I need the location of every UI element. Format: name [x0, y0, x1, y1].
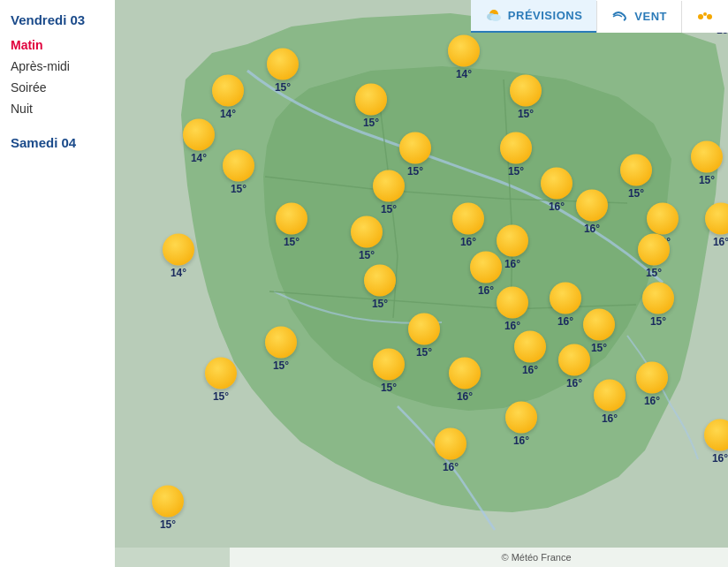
weather-marker: 15° — [373, 349, 405, 394]
svg-point-5 — [707, 14, 712, 19]
sun-icon — [642, 283, 674, 314]
temperature-label: 15° — [646, 267, 662, 279]
weather-marker: 15° — [355, 84, 387, 129]
sun-icon — [620, 155, 652, 186]
weather-marker: 16° — [636, 362, 668, 407]
temperature-label: 16° — [557, 315, 573, 328]
period-apres-midi[interactable]: Après-midi — [11, 56, 104, 77]
sun-icon — [636, 362, 668, 394]
extra-button[interactable] — [682, 3, 728, 31]
weather-marker: 14° — [183, 119, 215, 164]
sun-icon — [448, 35, 480, 67]
sun-icon — [500, 132, 532, 164]
sun-icon — [351, 216, 383, 248]
weather-marker: 16° — [541, 168, 573, 213]
sun-icon — [704, 420, 728, 451]
sun-icon — [449, 358, 481, 389]
weather-marker: 16° — [705, 203, 728, 248]
weather-marker: 15° — [620, 155, 652, 200]
sun-icon — [705, 203, 728, 235]
temperature-label: 15° — [407, 165, 423, 178]
previsions-button[interactable]: PRÉVISIONS — [471, 0, 596, 33]
weather-marker: 16° — [497, 287, 528, 332]
sun-icon — [583, 309, 615, 341]
weather-marker: 15° — [373, 170, 405, 215]
footer: © Météo France — [230, 548, 728, 567]
svg-point-3 — [698, 14, 703, 19]
weather-marker: 16° — [576, 190, 608, 235]
temperature-label: 15° — [381, 382, 397, 394]
sun-icon — [408, 314, 440, 345]
weather-marker: 14° — [163, 234, 194, 279]
temperature-label: 16° — [522, 364, 538, 376]
sun-icon — [267, 49, 299, 80]
sun-icon — [355, 84, 387, 116]
weather-marker: 15° — [223, 150, 254, 195]
sun-icon — [276, 203, 307, 235]
weather-marker: 16° — [550, 283, 581, 328]
wind-icon — [611, 8, 629, 25]
temperature-label: 16° — [443, 461, 459, 473]
weather-marker: 16° — [497, 225, 528, 270]
temperature-label: 15° — [508, 165, 524, 178]
sun-icon — [163, 234, 194, 266]
temperature-label: 15° — [273, 359, 289, 372]
sun-icon — [265, 327, 297, 359]
sun-icon — [223, 150, 254, 182]
cloud-sun-icon — [485, 7, 503, 24]
temperature-label: 15° — [359, 249, 375, 261]
period-matin[interactable]: Matin — [11, 34, 104, 56]
temperature-label: 16° — [504, 320, 520, 332]
temperature-label: 14° — [220, 108, 236, 120]
temperature-label: 16° — [504, 258, 520, 270]
temperature-label: 16° — [644, 395, 660, 407]
copyright-text: © Météo France — [501, 552, 571, 563]
temperature-label: 16° — [602, 412, 618, 425]
period-soiree[interactable]: Soirée — [11, 77, 104, 98]
temperature-label: 16° — [460, 236, 476, 248]
weather-marker: 15° — [510, 75, 542, 120]
weather-marker: 15° — [276, 203, 307, 248]
sun-icon — [212, 75, 244, 107]
temperature-label: 16° — [713, 236, 728, 248]
temperature-label: 15° — [231, 183, 246, 195]
weather-marker: 15° — [583, 309, 615, 354]
weather-marker: 15° — [265, 327, 297, 372]
day2-label: Samedi 04 — [11, 135, 104, 150]
sun-icon — [373, 170, 405, 202]
weather-marker: 15° — [500, 132, 532, 178]
sun-icon — [691, 141, 723, 173]
temperature-label: 16° — [513, 435, 529, 447]
map-svg — [115, 0, 728, 567]
temperature-label: 15° — [650, 315, 666, 328]
sun-icon — [452, 203, 484, 235]
sun-icon — [550, 283, 581, 314]
temperature-label: 16° — [457, 390, 473, 403]
weather-marker: 16° — [594, 380, 626, 425]
sun-icon — [497, 225, 528, 257]
sun-icon — [510, 75, 542, 107]
day1-label: Vendredi 03 — [11, 12, 104, 27]
weather-marker: 15° — [205, 358, 237, 403]
temperature-label: 15° — [628, 187, 644, 200]
temperature-label: 16° — [478, 284, 494, 297]
vent-button[interactable]: VENT — [597, 1, 681, 32]
sun-icon — [183, 119, 215, 151]
map-container: 14°15°14°15°15°14°15°15°15°15°15°15°15°1… — [115, 0, 728, 567]
sun-icon — [638, 234, 670, 266]
sun-icon — [497, 287, 528, 319]
temperature-label: 15° — [213, 390, 229, 403]
temperature-label: 15° — [699, 174, 715, 186]
temperature-label: 15° — [416, 346, 432, 359]
temperature-label: 15° — [518, 108, 534, 120]
weather-marker: 15° — [267, 49, 299, 94]
sun-icon — [514, 331, 546, 363]
temperature-label: 16° — [566, 377, 582, 389]
temperature-label: 14° — [456, 68, 472, 80]
sun-icon — [541, 168, 573, 200]
temperature-label: 16° — [712, 452, 728, 465]
weather-marker: 15° — [364, 265, 396, 310]
weather-marker: 15° — [642, 283, 674, 328]
temperature-label: 14° — [171, 267, 186, 279]
period-nuit[interactable]: Nuit — [11, 98, 104, 119]
